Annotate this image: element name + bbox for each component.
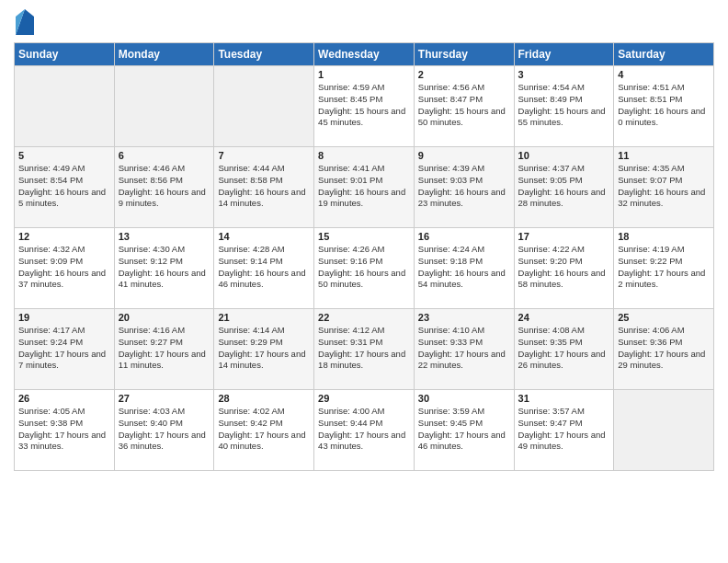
- calendar-cell: [15, 66, 115, 147]
- day-number: 17: [518, 231, 610, 242]
- day-number: 27: [119, 393, 210, 404]
- day-number: 8: [318, 150, 410, 161]
- day-number: 9: [418, 150, 510, 161]
- calendar-cell: 9Sunrise: 4:39 AMSunset: 9:03 PMDaylight…: [414, 147, 514, 228]
- day-number: 4: [618, 69, 710, 80]
- day-header-thursday: Thursday: [414, 43, 514, 66]
- day-info: Sunrise: 4:06 AMSunset: 9:36 PMDaylight:…: [618, 325, 710, 372]
- day-info: Sunrise: 4:03 AMSunset: 9:40 PMDaylight:…: [119, 406, 210, 453]
- calendar-cell: 10Sunrise: 4:37 AMSunset: 9:05 PMDayligh…: [514, 147, 614, 228]
- day-number: 22: [318, 312, 410, 323]
- day-number: 28: [218, 393, 310, 404]
- calendar-cell: 1Sunrise: 4:59 AMSunset: 8:45 PMDaylight…: [314, 66, 415, 147]
- calendar-cell: 21Sunrise: 4:14 AMSunset: 9:29 PMDayligh…: [214, 309, 314, 390]
- day-info: Sunrise: 4:10 AMSunset: 9:33 PMDaylight:…: [418, 325, 510, 372]
- day-info: Sunrise: 4:56 AMSunset: 8:47 PMDaylight:…: [418, 82, 510, 129]
- day-info: Sunrise: 4:46 AMSunset: 8:56 PMDaylight:…: [119, 163, 210, 210]
- calendar-week-row: 1Sunrise: 4:59 AMSunset: 8:45 PMDaylight…: [15, 66, 714, 147]
- day-info: Sunrise: 4:49 AMSunset: 8:54 PMDaylight:…: [18, 163, 110, 210]
- day-info: Sunrise: 3:59 AMSunset: 9:45 PMDaylight:…: [418, 406, 510, 453]
- calendar-cell: 15Sunrise: 4:26 AMSunset: 9:16 PMDayligh…: [314, 228, 415, 309]
- calendar-cell: 31Sunrise: 3:57 AMSunset: 9:47 PMDayligh…: [514, 390, 614, 471]
- calendar-cell: [214, 66, 314, 147]
- day-header-monday: Monday: [114, 43, 214, 66]
- day-info: Sunrise: 4:32 AMSunset: 9:09 PMDaylight:…: [18, 244, 110, 291]
- day-info: Sunrise: 4:05 AMSunset: 9:38 PMDaylight:…: [18, 406, 110, 453]
- day-number: 1: [318, 69, 410, 80]
- calendar-cell: 16Sunrise: 4:24 AMSunset: 9:18 PMDayligh…: [414, 228, 514, 309]
- day-number: 14: [218, 231, 310, 242]
- calendar-cell: 17Sunrise: 4:22 AMSunset: 9:20 PMDayligh…: [514, 228, 614, 309]
- page: SundayMondayTuesdayWednesdayThursdayFrid…: [0, 0, 728, 563]
- calendar-cell: 22Sunrise: 4:12 AMSunset: 9:31 PMDayligh…: [314, 309, 415, 390]
- calendar-cell: 27Sunrise: 4:03 AMSunset: 9:40 PMDayligh…: [114, 390, 214, 471]
- calendar: SundayMondayTuesdayWednesdayThursdayFrid…: [14, 42, 714, 471]
- day-number: 21: [218, 312, 310, 323]
- calendar-cell: 6Sunrise: 4:46 AMSunset: 8:56 PMDaylight…: [114, 147, 214, 228]
- calendar-cell: [114, 66, 214, 147]
- day-number: 18: [618, 231, 710, 242]
- calendar-cell: 26Sunrise: 4:05 AMSunset: 9:38 PMDayligh…: [15, 390, 115, 471]
- day-info: Sunrise: 4:51 AMSunset: 8:51 PMDaylight:…: [618, 82, 710, 129]
- calendar-cell: 7Sunrise: 4:44 AMSunset: 8:58 PMDaylight…: [214, 147, 314, 228]
- calendar-header-row: SundayMondayTuesdayWednesdayThursdayFrid…: [15, 43, 714, 66]
- day-number: 7: [218, 150, 310, 161]
- day-number: 19: [18, 312, 110, 323]
- day-number: 16: [418, 231, 510, 242]
- day-info: Sunrise: 4:02 AMSunset: 9:42 PMDaylight:…: [218, 406, 310, 453]
- day-header-tuesday: Tuesday: [214, 43, 314, 66]
- day-header-friday: Friday: [514, 43, 614, 66]
- calendar-cell: 5Sunrise: 4:49 AMSunset: 8:54 PMDaylight…: [15, 147, 115, 228]
- day-info: Sunrise: 4:26 AMSunset: 9:16 PMDaylight:…: [318, 244, 410, 291]
- day-info: Sunrise: 4:16 AMSunset: 9:27 PMDaylight:…: [119, 325, 210, 372]
- day-info: Sunrise: 4:59 AMSunset: 8:45 PMDaylight:…: [318, 82, 410, 129]
- calendar-cell: 23Sunrise: 4:10 AMSunset: 9:33 PMDayligh…: [414, 309, 514, 390]
- day-info: Sunrise: 3:57 AMSunset: 9:47 PMDaylight:…: [518, 406, 610, 453]
- day-info: Sunrise: 4:44 AMSunset: 8:58 PMDaylight:…: [218, 163, 310, 210]
- day-info: Sunrise: 4:28 AMSunset: 9:14 PMDaylight:…: [218, 244, 310, 291]
- calendar-week-row: 26Sunrise: 4:05 AMSunset: 9:38 PMDayligh…: [15, 390, 714, 471]
- calendar-week-row: 12Sunrise: 4:32 AMSunset: 9:09 PMDayligh…: [15, 228, 714, 309]
- day-number: 10: [518, 150, 610, 161]
- calendar-cell: 4Sunrise: 4:51 AMSunset: 8:51 PMDaylight…: [614, 66, 714, 147]
- day-number: 29: [318, 393, 410, 404]
- day-number: 23: [418, 312, 510, 323]
- day-info: Sunrise: 4:19 AMSunset: 9:22 PMDaylight:…: [618, 244, 710, 291]
- day-header-wednesday: Wednesday: [314, 43, 415, 66]
- calendar-cell: 19Sunrise: 4:17 AMSunset: 9:24 PMDayligh…: [15, 309, 115, 390]
- calendar-cell: 24Sunrise: 4:08 AMSunset: 9:35 PMDayligh…: [514, 309, 614, 390]
- day-number: 5: [18, 150, 110, 161]
- calendar-cell: 30Sunrise: 3:59 AMSunset: 9:45 PMDayligh…: [414, 390, 514, 471]
- day-number: 13: [119, 231, 210, 242]
- day-info: Sunrise: 4:35 AMSunset: 9:07 PMDaylight:…: [618, 163, 710, 210]
- calendar-cell: 18Sunrise: 4:19 AMSunset: 9:22 PMDayligh…: [614, 228, 714, 309]
- day-info: Sunrise: 4:24 AMSunset: 9:18 PMDaylight:…: [418, 244, 510, 291]
- calendar-cell: [614, 390, 714, 471]
- calendar-cell: 3Sunrise: 4:54 AMSunset: 8:49 PMDaylight…: [514, 66, 614, 147]
- day-info: Sunrise: 4:54 AMSunset: 8:49 PMDaylight:…: [518, 82, 610, 129]
- day-number: 30: [418, 393, 510, 404]
- day-number: 26: [18, 393, 110, 404]
- logo-text: [14, 9, 34, 35]
- day-info: Sunrise: 4:00 AMSunset: 9:44 PMDaylight:…: [318, 406, 410, 453]
- day-number: 24: [518, 312, 610, 323]
- day-info: Sunrise: 4:12 AMSunset: 9:31 PMDaylight:…: [318, 325, 410, 372]
- day-number: 12: [18, 231, 110, 242]
- calendar-cell: 2Sunrise: 4:56 AMSunset: 8:47 PMDaylight…: [414, 66, 514, 147]
- calendar-cell: 20Sunrise: 4:16 AMSunset: 9:27 PMDayligh…: [114, 309, 214, 390]
- day-header-sunday: Sunday: [15, 43, 115, 66]
- day-number: 6: [119, 150, 210, 161]
- day-info: Sunrise: 4:17 AMSunset: 9:24 PMDaylight:…: [18, 325, 110, 372]
- calendar-cell: 25Sunrise: 4:06 AMSunset: 9:36 PMDayligh…: [614, 309, 714, 390]
- calendar-cell: 28Sunrise: 4:02 AMSunset: 9:42 PMDayligh…: [214, 390, 314, 471]
- day-info: Sunrise: 4:39 AMSunset: 9:03 PMDaylight:…: [418, 163, 510, 210]
- day-number: 11: [618, 150, 710, 161]
- day-number: 3: [518, 69, 610, 80]
- logo-icon: [16, 9, 34, 35]
- day-info: Sunrise: 4:22 AMSunset: 9:20 PMDaylight:…: [518, 244, 610, 291]
- calendar-cell: 8Sunrise: 4:41 AMSunset: 9:01 PMDaylight…: [314, 147, 415, 228]
- day-info: Sunrise: 4:30 AMSunset: 9:12 PMDaylight:…: [119, 244, 210, 291]
- calendar-cell: 29Sunrise: 4:00 AMSunset: 9:44 PMDayligh…: [314, 390, 415, 471]
- day-info: Sunrise: 4:08 AMSunset: 9:35 PMDaylight:…: [518, 325, 610, 372]
- day-info: Sunrise: 4:14 AMSunset: 9:29 PMDaylight:…: [218, 325, 310, 372]
